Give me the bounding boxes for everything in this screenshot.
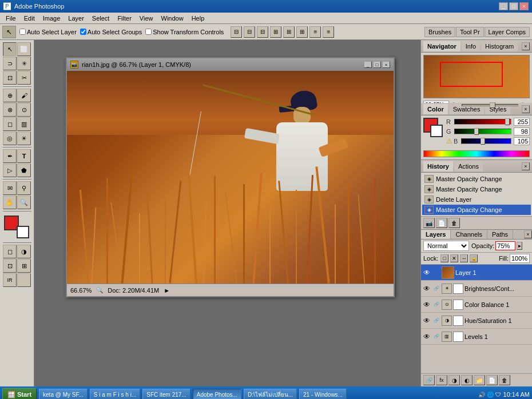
- toolpresets-tab[interactable]: Tool Pr: [456, 27, 483, 37]
- align-left-icon[interactable]: ⊞: [270, 26, 281, 38]
- paths-tab[interactable]: Paths: [487, 230, 513, 239]
- history-item-3[interactable]: ◈ Delete Layer: [422, 194, 531, 205]
- layer-visibility-1[interactable]: 👁: [422, 268, 431, 277]
- menu-help[interactable]: Help: [188, 14, 208, 23]
- auto-select-groups-checkbox[interactable]: Auto Select Groups: [80, 29, 142, 35]
- doc-minimize-btn[interactable]: _: [364, 61, 372, 68]
- navigator-viewport-box[interactable]: [440, 62, 503, 87]
- extra-btn[interactable]: [17, 273, 31, 287]
- green-slider-thumb[interactable]: [474, 128, 479, 135]
- channels-tab[interactable]: Channels: [451, 230, 487, 239]
- blend-mode-select[interactable]: Normal: [423, 241, 469, 251]
- standard-mode-btn[interactable]: ◻: [3, 245, 17, 258]
- doc-arrow-btn[interactable]: ►: [164, 287, 170, 294]
- navigator-zoom-slider[interactable]: [462, 104, 518, 106]
- layer-visibility-4[interactable]: 👁: [422, 316, 431, 325]
- menu-layer[interactable]: Layer: [65, 14, 88, 23]
- lock-position-btn[interactable]: ↔: [460, 254, 468, 262]
- fullscreen-btn[interactable]: ⊞: [17, 259, 31, 273]
- auto-select-layer-input[interactable]: [19, 29, 26, 35]
- layers-tab[interactable]: Layers: [421, 230, 451, 239]
- layer-link-4[interactable]: 🔗: [432, 317, 440, 325]
- zoom-tool-btn[interactable]: 🔍: [17, 195, 31, 209]
- shape-tool-btn[interactable]: ⬟: [17, 163, 31, 177]
- menu-view[interactable]: View: [136, 14, 157, 23]
- menu-filter[interactable]: Filter: [114, 14, 134, 23]
- menu-image[interactable]: Image: [39, 14, 64, 23]
- history-tab[interactable]: History: [423, 161, 453, 171]
- add-mask-btn[interactable]: ◑: [448, 375, 460, 385]
- slice-tool-btn[interactable]: ✂: [17, 71, 31, 85]
- move-tool-btn[interactable]: ↖: [3, 42, 17, 56]
- align-right-icon[interactable]: ⊞: [296, 26, 308, 38]
- blue-value-input[interactable]: [514, 137, 530, 145]
- clone-tool-btn[interactable]: ⊗: [3, 103, 17, 117]
- maximize-button[interactable]: □: [509, 2, 518, 10]
- layers-close-btn[interactable]: ×: [524, 230, 532, 238]
- dodge-tool-btn[interactable]: ☀: [17, 131, 31, 145]
- hand-tool-btn[interactable]: ✋: [3, 195, 17, 209]
- color-swatches-widget[interactable]: [423, 118, 443, 137]
- opacity-input[interactable]: [495, 241, 515, 250]
- layer-item-4[interactable]: 👁 🔗 ◑ Hue/Saturation 1: [421, 313, 532, 329]
- green-slider[interactable]: [454, 129, 511, 134]
- color-spectrum-bar[interactable]: [423, 150, 530, 157]
- layer-visibility-3[interactable]: 👁: [422, 300, 431, 309]
- new-adjustment-btn[interactable]: ◐: [461, 375, 473, 385]
- add-effect-btn[interactable]: fx: [436, 375, 447, 385]
- menu-select[interactable]: Select: [89, 14, 113, 23]
- blue-slider-thumb[interactable]: [481, 138, 485, 145]
- auto-select-layer-checkbox[interactable]: Auto Select Layer: [19, 29, 77, 35]
- brushes-tab[interactable]: Brushes: [424, 27, 455, 37]
- show-transform-checkbox[interactable]: Show Transform Controls: [145, 29, 224, 35]
- history-brush-btn[interactable]: ⊙: [17, 103, 31, 117]
- taskbar-item-6[interactable]: 21 - Windows...: [299, 389, 347, 399]
- show-transform-input[interactable]: [145, 29, 152, 35]
- layer-visibility-5[interactable]: 👁: [422, 332, 431, 341]
- heal-tool-btn[interactable]: ⊕: [3, 89, 17, 102]
- green-value-input[interactable]: [514, 127, 530, 135]
- red-slider-thumb[interactable]: [505, 118, 510, 125]
- info-tab[interactable]: Info: [462, 41, 480, 51]
- layer-item-2[interactable]: 👁 🔗 ☀ Brightness/Cont...: [421, 281, 532, 297]
- distribute-icon1[interactable]: ≡: [309, 26, 321, 38]
- red-slider[interactable]: [454, 119, 511, 125]
- history-item-1[interactable]: ◈ Master Opacity Change: [422, 174, 531, 184]
- layer-item-1[interactable]: 👁 Layer 1: [421, 265, 532, 281]
- doc-maximize-btn[interactable]: □: [373, 61, 381, 68]
- pen-tool-btn[interactable]: ✒: [3, 149, 17, 163]
- menu-file[interactable]: File: [2, 14, 19, 23]
- new-group-btn[interactable]: 📁: [474, 375, 485, 385]
- lasso-tool-btn[interactable]: ⊃: [3, 57, 17, 70]
- layer-visibility-2[interactable]: 👁: [422, 284, 431, 293]
- history-item-2[interactable]: ◈ Master Opacity Change: [422, 184, 531, 194]
- new-layer-btn[interactable]: 📄: [486, 375, 498, 385]
- align-mid-icon[interactable]: ⊞: [283, 26, 295, 38]
- path-select-btn[interactable]: ▷: [3, 163, 17, 177]
- minimize-button[interactable]: _: [499, 2, 508, 10]
- taskbar-item-1[interactable]: keta @ My SF...: [39, 389, 88, 399]
- gradient-tool-btn[interactable]: ▥: [17, 117, 31, 131]
- align-bottom-icon[interactable]: ⊟: [257, 26, 268, 38]
- marquee-tool-btn[interactable]: ⬜: [17, 42, 31, 56]
- menu-window[interactable]: Window: [158, 14, 187, 23]
- color-panel-close[interactable]: ×: [522, 105, 530, 113]
- menu-edit[interactable]: Edit: [21, 14, 38, 23]
- taskbar-item-4[interactable]: Adobe Photos...: [193, 389, 241, 399]
- notes-tool-btn[interactable]: ✉: [3, 181, 17, 195]
- lock-image-btn[interactable]: ✕: [450, 254, 458, 262]
- quickmask-btn[interactable]: ◑: [17, 245, 31, 258]
- fill-input[interactable]: [510, 254, 530, 263]
- brush-tool-btn[interactable]: 🖌: [17, 89, 31, 102]
- layer-link-3[interactable]: 🔗: [432, 301, 440, 309]
- background-color[interactable]: [17, 226, 29, 238]
- color-tab[interactable]: Color: [423, 104, 448, 114]
- delete-layer-btn[interactable]: 🗑: [499, 375, 510, 385]
- taskbar-item-3[interactable]: SFC item 217...: [142, 389, 190, 399]
- align-top-icon[interactable]: ⊟: [231, 26, 242, 38]
- add-link-btn[interactable]: 🔗: [423, 375, 435, 385]
- screen-mode-btn[interactable]: ⊡: [3, 259, 17, 273]
- type-tool-btn[interactable]: T: [17, 149, 31, 163]
- layer-link-2[interactable]: 🔗: [432, 285, 440, 293]
- distribute-icon2[interactable]: ≡: [323, 26, 334, 38]
